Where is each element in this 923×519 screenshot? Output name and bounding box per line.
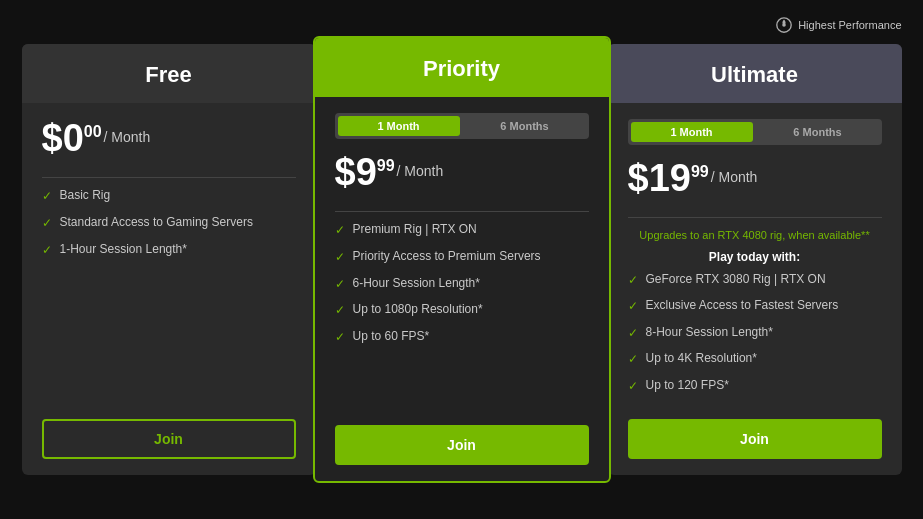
priority-6months-button[interactable]: 6 Months	[464, 116, 586, 136]
priority-price-display: $9 99 / Month	[335, 153, 589, 191]
feature-text: 1-Hour Session Length*	[60, 242, 187, 258]
priority-price-main: $9	[335, 153, 377, 191]
check-icon: ✓	[42, 216, 52, 232]
check-icon: ✓	[335, 330, 345, 346]
list-item: ✓ Up to 120 FPS*	[628, 378, 882, 395]
ultimate-price-display: $19 99 / Month	[628, 159, 882, 197]
free-join-button[interactable]: Join	[42, 419, 296, 459]
feature-text: Exclusive Access to Fastest Servers	[646, 298, 839, 314]
ultimate-features-list: ✓ GeForce RTX 3080 Rig | RTX ON ✓ Exclus…	[628, 272, 882, 405]
list-item: ✓ Standard Access to Gaming Servers	[42, 215, 296, 232]
ultimate-join-button[interactable]: Join	[628, 419, 882, 459]
check-icon: ✓	[335, 277, 345, 293]
list-item: ✓ Up to 1080p Resolution*	[335, 302, 589, 319]
priority-features-list: ✓ Premium Rig | RTX ON ✓ Priority Access…	[335, 222, 589, 410]
badge-icon	[775, 16, 793, 34]
ultimate-price-main: $19	[628, 159, 691, 197]
check-icon: ✓	[42, 189, 52, 205]
feature-text: 8-Hour Session Length*	[646, 325, 773, 341]
priority-1month-button[interactable]: 1 Month	[338, 116, 460, 136]
list-item: ✓ Up to 60 FPS*	[335, 329, 589, 346]
check-icon: ✓	[335, 250, 345, 266]
free-plan-header: Free	[22, 44, 316, 103]
list-item: ✓ Exclusive Access to Fastest Servers	[628, 298, 882, 315]
priority-plan-title: Priority	[335, 56, 589, 82]
upgrade-note: Upgrades to an RTX 4080 rig, when availa…	[628, 228, 882, 243]
ultimate-plan-body: 1 Month 6 Months $19 99 / Month Upgrades…	[608, 103, 902, 474]
free-plan-body: $0 00 / Month ✓ Basic Rig ✓ Standard Acc…	[22, 103, 316, 474]
ultimate-6months-button[interactable]: 6 Months	[757, 122, 879, 142]
feature-text: GeForce RTX 3080 Rig | RTX ON	[646, 272, 826, 288]
priority-price-per: / Month	[397, 163, 444, 179]
list-item: ✓ Priority Access to Premium Servers	[335, 249, 589, 266]
check-icon: ✓	[628, 326, 638, 342]
list-item: ✓ Premium Rig | RTX ON	[335, 222, 589, 239]
svg-point-1	[782, 24, 786, 28]
list-item: ✓ 1-Hour Session Length*	[42, 242, 296, 259]
priority-plan-card: Priority 1 Month 6 Months $9 99 / Month …	[313, 36, 611, 482]
play-today-label: Play today with:	[628, 250, 882, 264]
ultimate-1month-button[interactable]: 1 Month	[631, 122, 753, 142]
free-price-display: $0 00 / Month	[42, 119, 296, 157]
check-icon: ✓	[628, 273, 638, 289]
priority-divider	[335, 211, 589, 212]
ultimate-price-per: / Month	[711, 169, 758, 185]
priority-plan-body: 1 Month 6 Months $9 99 / Month ✓ Premium…	[315, 97, 609, 480]
list-item: ✓ 6-Hour Session Length*	[335, 276, 589, 293]
ultimate-plan-header: Ultimate	[608, 44, 902, 103]
ultimate-divider	[628, 217, 882, 218]
check-icon: ✓	[628, 352, 638, 368]
priority-join-button[interactable]: Join	[335, 425, 589, 465]
ultimate-billing-toggle: 1 Month 6 Months	[628, 119, 882, 145]
feature-text: Basic Rig	[60, 188, 111, 204]
feature-text: Up to 120 FPS*	[646, 378, 729, 394]
ultimate-price-section: $19 99 / Month	[628, 159, 882, 197]
feature-text: 6-Hour Session Length*	[353, 276, 480, 292]
pricing-container: Highest Performance Free $0 00 / Month ✓…	[22, 44, 902, 474]
feature-text: Up to 1080p Resolution*	[353, 302, 483, 318]
feature-text: Up to 4K Resolution*	[646, 351, 757, 367]
list-item: ✓ 8-Hour Session Length*	[628, 325, 882, 342]
ultimate-plan-card: Ultimate 1 Month 6 Months $19 99 / Month…	[608, 44, 902, 474]
free-price-main: $0	[42, 119, 84, 157]
priority-plan-header: Priority	[315, 38, 609, 97]
free-features-list: ✓ Basic Rig ✓ Standard Access to Gaming …	[42, 188, 296, 296]
list-item: ✓ Basic Rig	[42, 188, 296, 205]
feature-text: Priority Access to Premium Servers	[353, 249, 541, 265]
feature-text: Up to 60 FPS*	[353, 329, 430, 345]
ultimate-price-cents: 99	[691, 163, 709, 181]
feature-text: Standard Access to Gaming Servers	[60, 215, 253, 231]
list-item: ✓ Up to 4K Resolution*	[628, 351, 882, 368]
feature-text: Premium Rig | RTX ON	[353, 222, 477, 238]
free-price-section: $0 00 / Month	[42, 119, 296, 157]
free-price-cents: 00	[84, 123, 102, 141]
free-divider	[42, 177, 296, 178]
priority-price-section: $9 99 / Month	[335, 153, 589, 191]
check-icon: ✓	[335, 223, 345, 239]
check-icon: ✓	[628, 379, 638, 395]
check-icon: ✓	[335, 303, 345, 319]
highest-performance-badge: Highest Performance	[775, 16, 901, 34]
list-item: ✓ GeForce RTX 3080 Rig | RTX ON	[628, 272, 882, 289]
badge-text: Highest Performance	[798, 19, 901, 31]
check-icon: ✓	[628, 299, 638, 315]
check-icon: ✓	[42, 243, 52, 259]
priority-price-cents: 99	[377, 157, 395, 175]
free-plan-title: Free	[42, 62, 296, 88]
priority-billing-toggle: 1 Month 6 Months	[335, 113, 589, 139]
free-price-per: / Month	[104, 129, 151, 145]
ultimate-plan-title: Ultimate	[628, 62, 882, 88]
free-plan-card: Free $0 00 / Month ✓ Basic Rig ✓ Standar…	[22, 44, 316, 474]
